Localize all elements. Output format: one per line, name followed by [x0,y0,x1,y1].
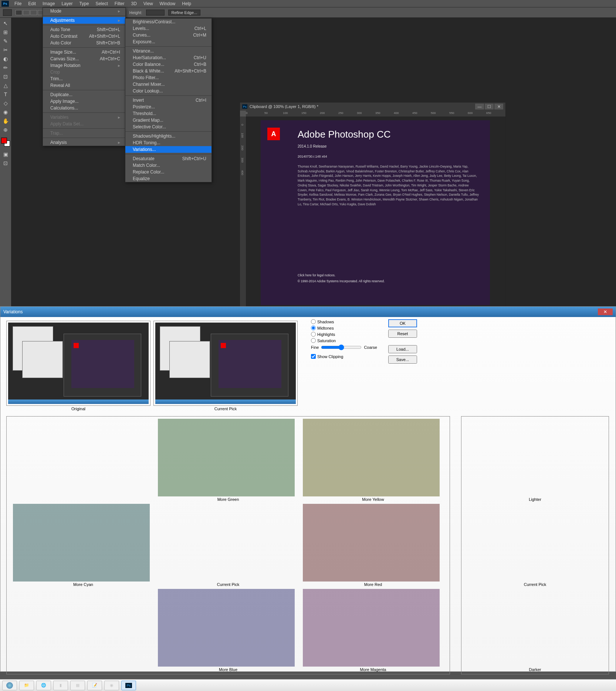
menu-item[interactable]: Variations... [125,146,211,153]
show-clipping-checkbox[interactable]: Show Clipping [311,354,377,359]
about-legal-link[interactable]: Click here for legal notices. [298,273,479,278]
menu-item[interactable]: Shadows/Highlights... [125,133,211,139]
menu-item[interactable]: HDR Toning... [125,139,211,146]
dialog-close-icon[interactable]: ✕ [598,309,613,315]
menu-item[interactable]: Adjustments▸ [43,17,125,24]
menu-item[interactable]: Analysis▸ [43,139,125,146]
screenmode-icon[interactable]: ⊡ [1,159,10,167]
height-input[interactable] [146,10,165,16]
thumb-more-yellow[interactable] [303,419,440,496]
menu-item[interactable]: DesaturateShift+Ctrl+U [125,155,211,162]
gradient-tool-icon[interactable]: △ [1,81,10,90]
brush-tool-icon[interactable]: ✏ [1,64,10,72]
radio-midtones[interactable]: Midtones [311,326,377,330]
thumb-lighter[interactable] [467,419,603,496]
thumb-original[interactable] [8,323,149,404]
menu-item[interactable]: Duplicate... [43,91,125,98]
menu-item[interactable]: Auto ToneShift+Ctrl+L [43,26,125,33]
menu-item[interactable]: Replace Color... [125,169,211,175]
menu-item[interactable]: Gradient Map... [125,117,211,124]
menu-window[interactable]: Window [156,0,179,7]
menu-item[interactable]: Photo Filter... [125,74,211,81]
menu-item[interactable]: Trim... [43,75,125,82]
menu-view[interactable]: View [140,0,156,7]
color-swatches[interactable] [1,138,10,146]
thumb-current-pick-top[interactable] [155,323,296,404]
thumb-more-magenta[interactable] [303,589,440,667]
tool-preset-icon[interactable] [3,9,12,16]
radio-shadows[interactable]: Shadows [311,319,377,324]
thumb-more-cyan[interactable] [13,504,150,582]
menu-item[interactable]: Levels...Ctrl+L [125,25,211,32]
hand-tool-icon[interactable]: ✋ [1,117,10,125]
crop-tool-icon[interactable]: ✂ [1,46,10,54]
taskbar-cmd[interactable]: ▮ [53,681,68,690]
menu-item[interactable]: Exposure... [125,38,211,45]
menu-file[interactable]: File [11,0,25,7]
menu-type[interactable]: Type [76,0,92,7]
menu-item[interactable]: Vibrance... [125,48,211,54]
stamp-tool-icon[interactable]: ⊡ [1,73,10,81]
start-button[interactable] [2,681,17,690]
menu-item[interactable]: Mode▸ [43,8,125,14]
marquee-sub-icon[interactable] [30,10,37,15]
marquee-add-icon[interactable] [23,10,30,15]
zoom-tool-icon[interactable]: ⊕ [1,126,10,134]
menu-filter[interactable]: Filter [111,0,128,7]
taskbar-notepad[interactable]: 📝 [87,681,102,690]
menu-item[interactable]: Image Size...Alt+Ctrl+I [43,49,125,55]
menu-item[interactable]: Reveal All [43,82,125,89]
menu-item[interactable]: Auto ColorShift+Ctrl+B [43,40,125,46]
pen-tool-icon[interactable]: ◇ [1,99,10,107]
menu-help[interactable]: Help [179,0,194,7]
taskbar-photoshop[interactable]: Ps [121,681,136,690]
menu-item[interactable]: Apply Image... [43,98,125,105]
document-titlebar[interactable]: Ps Clipboard @ 100% (Layer 1, RGB/8) * —… [240,102,505,111]
menu-item[interactable]: Black & White...Alt+Shift+Ctrl+B [125,68,211,74]
menu-edit[interactable]: Edit [25,0,39,7]
ok-button[interactable]: OK [388,319,417,327]
marquee-rect-icon[interactable] [16,10,22,15]
menu-item[interactable]: Equalize [125,175,211,182]
thumb-darker[interactable] [467,589,603,667]
menu-item[interactable]: Calculations... [43,105,125,111]
load-button[interactable]: Load... [388,345,417,353]
radio-highlights[interactable]: Highlights [311,332,377,337]
save-button[interactable]: Save... [388,355,417,364]
taskbar-app1[interactable]: ▦ [70,681,85,690]
menu-item[interactable]: Channel Mixer... [125,81,211,88]
fg-color-swatch[interactable] [1,138,7,144]
marquee-tool-icon[interactable]: ⊞ [1,28,10,36]
menu-layer[interactable]: Layer [58,0,76,7]
menu-select[interactable]: Select [92,0,111,7]
lasso-tool-icon[interactable]: ✎ [1,37,10,45]
maximize-icon[interactable]: ☐ [485,104,494,109]
menu-item[interactable]: Hue/Saturation...Ctrl+U [125,54,211,61]
menu-3d[interactable]: 3D [128,0,140,7]
reset-button[interactable]: Reset [388,330,417,338]
menu-item[interactable]: Auto ContrastAlt+Shift+Ctrl+L [43,33,125,40]
taskbar-ie[interactable]: 🌐 [36,681,51,690]
menu-item[interactable]: Color Lookup... [125,88,211,94]
menu-item[interactable]: Match Color... [125,162,211,169]
variations-titlebar[interactable]: Variations ✕ [0,307,616,317]
menu-item[interactable]: Image Rotation▸ [43,62,125,69]
thumb-more-blue[interactable] [158,589,295,667]
thumb-more-green[interactable] [158,419,295,496]
menu-item[interactable]: Color Balance...Ctrl+B [125,61,211,68]
shape-tool-icon[interactable]: ◉ [1,108,10,116]
thumb-current-pick[interactable] [158,504,295,582]
refine-edge-button[interactable]: Refine Edge... [168,10,201,16]
menu-item[interactable]: Threshold... [125,110,211,117]
taskbar-chrome[interactable]: ◉ [104,681,119,690]
radio-saturation[interactable]: Saturation [311,338,377,343]
menu-item[interactable]: Posterize... [125,104,211,110]
thumb-more-red[interactable] [303,504,440,582]
menu-item[interactable]: InvertCtrl+I [125,97,211,104]
menu-item[interactable]: Selective Color... [125,124,211,130]
menu-item[interactable]: Canvas Size...Alt+Ctrl+C [43,55,125,62]
type-tool-icon[interactable]: T [1,90,10,98]
close-icon[interactable]: ✕ [494,104,503,109]
move-tool-icon[interactable]: ↖ [1,19,10,27]
menu-item[interactable]: Curves...Ctrl+M [125,32,211,38]
